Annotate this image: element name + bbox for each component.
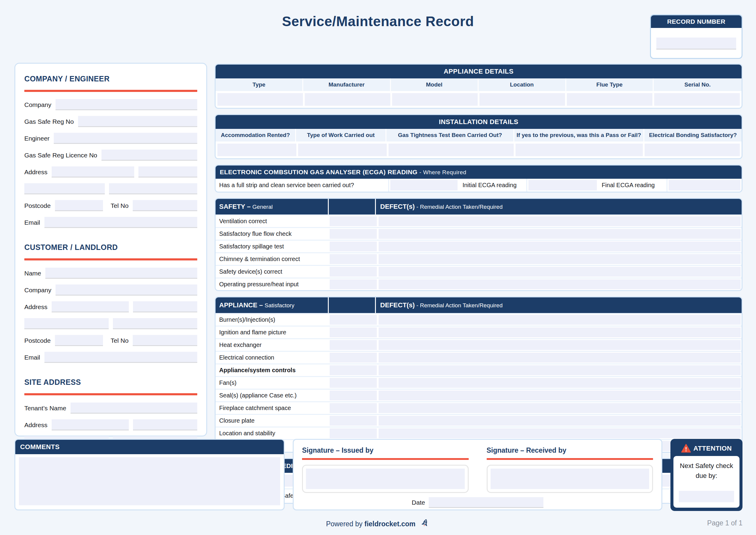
defects-heading-note: - Remedial Action Taken/Required: [417, 302, 502, 308]
safety-check-input[interactable]: [330, 267, 377, 277]
tel-no-input[interactable]: [133, 335, 197, 346]
type-of-work-input[interactable]: [298, 144, 387, 156]
address-line2-input[interactable]: [133, 301, 197, 312]
postcode-input[interactable]: [55, 335, 103, 346]
safety-defect-input[interactable]: [379, 254, 741, 264]
engineer-input[interactable]: [54, 133, 197, 144]
attention-text: Next Safety check due by:: [676, 461, 737, 481]
appliance-defect-input[interactable]: [379, 315, 741, 325]
address-line4-input[interactable]: [109, 183, 197, 194]
email-input[interactable]: [44, 217, 197, 228]
serial-no-input[interactable]: [654, 93, 740, 106]
ecga-final-input[interactable]: [669, 180, 741, 190]
safety-row-label: Satisfactory spillage test: [216, 240, 329, 252]
installation-details-table: INSTALLATION DETAILS Accommodation Rente…: [215, 114, 742, 159]
ecga-initial-input[interactable]: [528, 180, 597, 190]
safety-table: SAFETY – General DEFECT(s) - Remedial Ac…: [215, 198, 742, 291]
address-line3-input[interactable]: [24, 318, 109, 329]
gas-safe-reg-licence-no-input[interactable]: [101, 150, 197, 161]
safety-defect-input[interactable]: [379, 216, 741, 226]
col-accommodation-rented: Accommodation Rented?: [216, 129, 296, 141]
safety-row-label: Ventilation correct: [216, 215, 329, 227]
type-input[interactable]: [217, 93, 303, 106]
next-safety-check-input[interactable]: [679, 491, 734, 502]
ecga-question-input[interactable]: [390, 180, 458, 190]
signature-issued-by-box[interactable]: [302, 465, 469, 493]
page-title: Service/Maintenance Record: [0, 0, 756, 29]
accommodation-rented-input[interactable]: [217, 144, 296, 156]
col-model: Model: [391, 78, 478, 91]
address-line3-input[interactable]: [24, 183, 105, 194]
appliance-defect-input[interactable]: [379, 428, 741, 438]
safety-defect-input[interactable]: [379, 267, 741, 277]
address-line2-input[interactable]: [138, 166, 197, 178]
tel-no-input[interactable]: [133, 200, 197, 211]
appliance-check-input[interactable]: [330, 315, 377, 325]
address-line2-input[interactable]: [133, 419, 197, 431]
safety-check-input[interactable]: [330, 216, 377, 226]
appliance-details-heading: APPLIANCE DETAILS: [216, 65, 742, 78]
gas-tightness-test-input[interactable]: [389, 144, 514, 156]
safety-check-input[interactable]: [330, 254, 377, 264]
model-input[interactable]: [392, 93, 478, 106]
safety-check-column: [329, 199, 376, 214]
email-input[interactable]: [44, 352, 197, 363]
safety-check-input[interactable]: [330, 229, 377, 239]
comments-textarea[interactable]: [19, 457, 280, 505]
postcode-label: Postcode: [24, 202, 51, 210]
appliance-defect-input[interactable]: [379, 403, 741, 413]
electrical-bonding-input[interactable]: [645, 144, 740, 156]
safety-check-input[interactable]: [330, 241, 377, 251]
tel-no-label: Tel No: [111, 202, 129, 210]
safety-heading-note: General: [253, 204, 273, 210]
flue-type-input[interactable]: [567, 93, 652, 106]
company-input[interactable]: [56, 99, 197, 110]
appliance-check-input[interactable]: [330, 378, 377, 388]
appliance-defect-input[interactable]: [379, 390, 741, 400]
appliance-check-input[interactable]: [330, 428, 377, 438]
appliance-defect-input[interactable]: [379, 340, 741, 350]
pass-or-fail-input[interactable]: [516, 144, 643, 156]
name-input[interactable]: [45, 268, 197, 279]
date-label: Date: [412, 499, 425, 506]
appliance-defect-input[interactable]: [379, 327, 741, 337]
location-input[interactable]: [479, 93, 565, 106]
appliance-check-input[interactable]: [330, 353, 377, 363]
appliance-check-input[interactable]: [330, 340, 377, 350]
appliance-defect-input[interactable]: [379, 416, 741, 426]
gas-safe-reg-no-input[interactable]: [78, 116, 197, 127]
address-line1-input[interactable]: [52, 301, 129, 312]
tenants-name-input[interactable]: [70, 403, 197, 414]
appliance-check-input[interactable]: [330, 365, 377, 375]
appliance-check-input[interactable]: [330, 327, 377, 337]
address-line4-input[interactable]: [113, 318, 197, 329]
address-label: Address: [24, 303, 47, 311]
brand-link[interactable]: fieldrocket.com: [364, 520, 416, 528]
address-line1-input[interactable]: [52, 166, 134, 178]
postcode-label: Postcode: [24, 337, 51, 344]
manufacturer-input[interactable]: [305, 93, 390, 106]
postcode-input[interactable]: [55, 200, 103, 211]
safety-check-input[interactable]: [330, 279, 377, 289]
signature-received-by-box[interactable]: [487, 465, 653, 493]
customer-landlord-section: CUSTOMER / LANDLORD Name Company Address…: [24, 243, 197, 363]
safety-defect-input[interactable]: [379, 279, 741, 289]
appliance-check-input[interactable]: [330, 416, 377, 426]
address-label: Address: [24, 421, 47, 429]
record-number-input[interactable]: [656, 38, 736, 49]
company-input[interactable]: [56, 285, 197, 296]
date-input[interactable]: [429, 497, 543, 508]
safety-defect-input[interactable]: [379, 241, 741, 251]
safety-heading-bold: SAFETY –: [219, 203, 251, 210]
appliance-check-input[interactable]: [330, 403, 377, 413]
address-line1-input[interactable]: [52, 419, 129, 431]
appliance-row-label: Fan(s): [216, 377, 329, 389]
appliance-defect-input[interactable]: [379, 365, 741, 375]
safety-row-label: Chimney & termination correct: [216, 253, 329, 265]
appliance-defect-input[interactable]: [379, 353, 741, 363]
col-pass-or-fail: If yes to the previous, was this a Pass …: [514, 129, 644, 141]
safety-defect-input[interactable]: [379, 229, 741, 239]
appliance-defect-input[interactable]: [379, 378, 741, 388]
signature-divider: [487, 458, 653, 460]
appliance-check-input[interactable]: [330, 390, 377, 400]
